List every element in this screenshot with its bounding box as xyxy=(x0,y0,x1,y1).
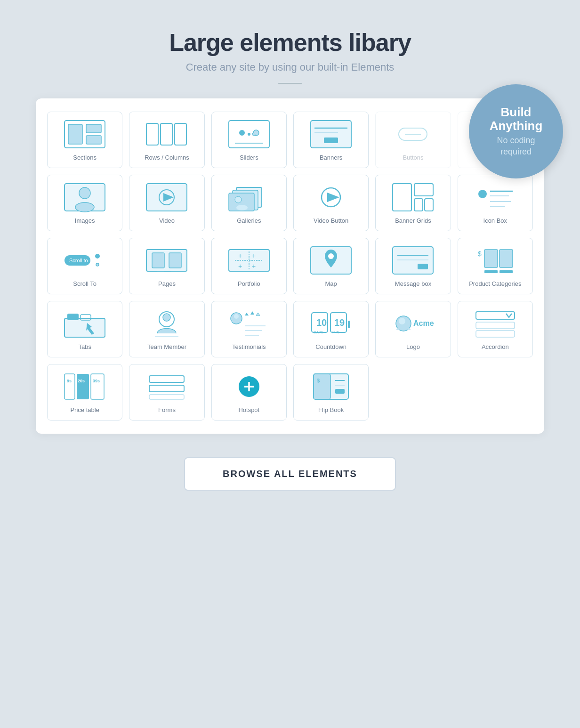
svg-point-79 xyxy=(234,314,239,319)
element-card-logo[interactable]: Acme Logo xyxy=(375,301,451,357)
buttons-label: Buttons xyxy=(403,154,423,162)
svg-rect-69 xyxy=(499,250,513,267)
svg-rect-72 xyxy=(64,318,105,337)
svg-rect-1 xyxy=(68,124,82,144)
svg-point-94 xyxy=(399,318,405,324)
svg-point-10 xyxy=(248,133,250,136)
svg-text:10: 10 xyxy=(316,317,327,328)
svg-rect-98 xyxy=(476,331,515,337)
svg-rect-16 xyxy=(324,138,338,143)
element-card-forms[interactable]: Forms xyxy=(129,364,204,421)
element-card-product-categories[interactable]: $ Product Categories xyxy=(458,238,533,294)
forms-label: Forms xyxy=(158,406,176,414)
hotspot-label: Hotspot xyxy=(238,406,259,414)
svg-point-25 xyxy=(75,202,94,212)
product-categories-icon: $ xyxy=(474,245,516,275)
element-card-galleries[interactable]: Galleries xyxy=(211,175,287,231)
icon-box-label: Icon Box xyxy=(483,217,508,225)
library-container: BuildAnything No codingrequired Sections xyxy=(36,98,544,434)
video-icon xyxy=(145,182,188,212)
price-table-icon: 9s 20s 39s xyxy=(64,371,106,402)
browse-all-button[interactable]: BROWSE ALL ELEMENTS xyxy=(184,457,396,491)
countdown-label: Countdown xyxy=(315,343,346,351)
svg-marker-80 xyxy=(245,313,249,315)
svg-text:+: + xyxy=(238,262,242,270)
svg-rect-6 xyxy=(175,123,186,145)
svg-rect-63 xyxy=(393,247,433,274)
element-card-sliders[interactable]: Sliders xyxy=(211,112,287,168)
galleries-label: Galleries xyxy=(237,217,261,225)
svg-rect-2 xyxy=(86,124,101,133)
svg-rect-101 xyxy=(77,374,89,399)
sliders-label: Sliders xyxy=(240,154,258,162)
element-card-price-table[interactable]: 9s 20s 39s Price table xyxy=(47,364,122,421)
svg-point-76 xyxy=(163,314,170,321)
testimonials-icon xyxy=(228,308,270,339)
team-member-label: Team Member xyxy=(147,343,186,351)
svg-point-47 xyxy=(95,254,100,259)
element-card-video[interactable]: Video xyxy=(129,175,204,231)
page-title: Large elements libary xyxy=(169,28,411,57)
elements-grid: Sections Rows / Columns xyxy=(47,112,533,421)
svg-rect-50 xyxy=(152,253,164,268)
tabs-label: Tabs xyxy=(78,343,91,351)
portfolio-icon: + + + + xyxy=(228,245,270,275)
svg-rect-103 xyxy=(91,374,104,399)
svg-rect-4 xyxy=(146,123,158,145)
svg-rect-68 xyxy=(484,250,498,267)
svg-text:9s: 9s xyxy=(67,379,72,383)
logo-icon: Acme xyxy=(392,308,434,339)
svg-text:39s: 39s xyxy=(93,379,100,383)
svg-text:19: 19 xyxy=(334,317,345,328)
rows-columns-icon xyxy=(145,119,188,149)
banner-grids-label: Banner Grids xyxy=(395,217,431,225)
element-card-flip-book[interactable]: $ Flip Book xyxy=(293,364,369,421)
svg-rect-92 xyxy=(348,321,350,328)
logo-label: Logo xyxy=(406,343,420,351)
svg-marker-35 xyxy=(327,193,339,202)
tabs-icon xyxy=(64,308,106,339)
element-card-countdown[interactable]: 10 DAYS 19 MIN Countdown xyxy=(293,301,369,357)
svg-text:Acme: Acme xyxy=(413,319,434,327)
element-card-team-member[interactable]: Team Member xyxy=(129,301,204,357)
element-card-map[interactable]: Map xyxy=(293,238,369,294)
svg-rect-70 xyxy=(484,270,498,273)
map-icon xyxy=(310,245,352,275)
element-card-banners[interactable]: Banners xyxy=(293,112,369,168)
svg-point-8 xyxy=(239,130,245,136)
element-card-images[interactable]: Images xyxy=(47,175,122,231)
element-card-buttons[interactable]: Buttons xyxy=(375,112,451,168)
element-card-pages[interactable]: Pages xyxy=(129,238,204,294)
element-card-tabs[interactable]: Tabs xyxy=(47,301,122,357)
element-card-rows-columns[interactable]: Rows / Columns xyxy=(129,112,204,168)
video-label: Video xyxy=(159,217,175,225)
svg-rect-71 xyxy=(499,270,513,273)
element-card-sections[interactable]: Sections xyxy=(47,112,122,168)
element-card-video-button[interactable]: Video Button xyxy=(293,175,369,231)
svg-text:+: + xyxy=(252,252,256,259)
bubble-subtitle: No codingrequired xyxy=(497,135,535,157)
video-button-label: Video Button xyxy=(314,217,348,225)
pages-icon xyxy=(145,245,188,275)
element-card-portfolio[interactable]: + + + + Portfolio xyxy=(211,238,287,294)
element-card-scroll-to[interactable]: Scroll to Scroll To xyxy=(47,238,122,294)
images-label: Images xyxy=(75,217,95,225)
element-card-message-box[interactable]: Message box xyxy=(375,238,451,294)
divider xyxy=(278,83,302,84)
sliders-icon xyxy=(228,119,270,149)
element-card-banner-grids[interactable]: Banner Grids xyxy=(375,175,451,231)
element-card-icon-box[interactable]: Icon Box xyxy=(458,175,533,231)
flip-book-label: Flip Book xyxy=(318,406,344,414)
element-card-accordion[interactable]: Accordion xyxy=(458,301,533,357)
svg-rect-51 xyxy=(169,253,181,268)
svg-rect-39 xyxy=(425,199,433,211)
element-card-hotspot[interactable]: Hotspot xyxy=(211,364,287,421)
svg-rect-105 xyxy=(149,376,184,382)
scroll-to-label: Scroll To xyxy=(73,280,97,288)
accordion-icon xyxy=(474,308,516,339)
galleries-icon xyxy=(228,182,270,212)
svg-rect-13 xyxy=(311,121,351,148)
svg-text:DAYS: DAYS xyxy=(314,330,323,334)
bubble-title: BuildAnything xyxy=(490,105,543,132)
element-card-testimonials[interactable]: Testimonials xyxy=(211,301,287,357)
